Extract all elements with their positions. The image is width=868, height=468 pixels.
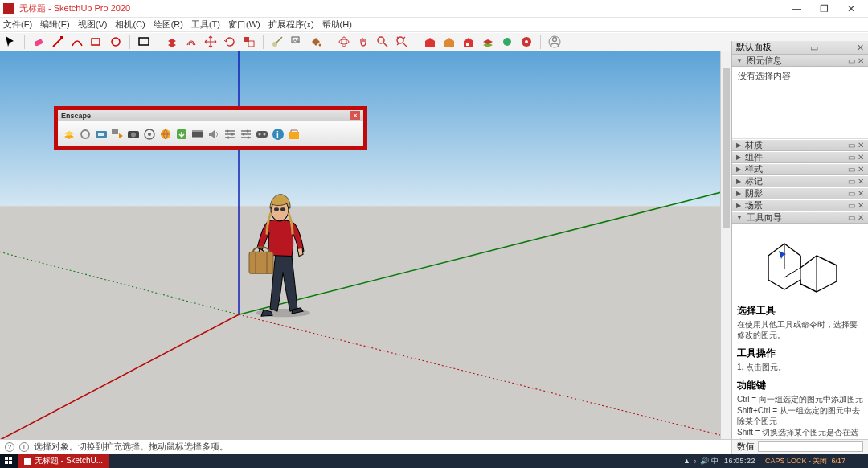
instructor-title: 选择工具 <box>737 304 868 318</box>
svg-rect-2 <box>92 39 100 45</box>
warehouse-button-1[interactable] <box>423 35 437 49</box>
svg-point-47 <box>226 129 228 132</box>
viewport-scrollbar[interactable] <box>720 51 731 439</box>
warehouse-button-3[interactable] <box>461 35 476 49</box>
menu-view[interactable]: 视图(V) <box>78 18 108 31</box>
enscape-live-update-button[interactable] <box>77 126 92 142</box>
enscape-vr-button[interactable] <box>254 126 269 142</box>
svg-rect-58 <box>289 132 299 139</box>
orbit-tool-button[interactable] <box>337 35 351 49</box>
measurements-label: 数值 <box>737 441 755 453</box>
ext-button-1[interactable] <box>481 35 495 49</box>
svg-point-48 <box>231 133 233 135</box>
menu-draw[interactable]: 绘图(R) <box>154 18 183 31</box>
arc-tool-button[interactable] <box>70 35 84 49</box>
rotate-tool-button[interactable] <box>223 35 237 49</box>
enscape-general-settings-button[interactable] <box>238 126 253 142</box>
menu-tools[interactable]: 工具(T) <box>191 18 220 31</box>
svg-rect-62 <box>9 461 12 464</box>
menu-camera[interactable]: 相机(C) <box>115 18 145 31</box>
ext-button-2[interactable] <box>500 35 514 49</box>
panel-entity-info-body: 没有选择内容 <box>732 67 868 139</box>
enscape-toolbar-body: i <box>58 121 363 146</box>
instructor-mod-heading: 功能键 <box>737 379 868 392</box>
pan-tool-button[interactable] <box>356 35 371 49</box>
svg-text:A1: A1 <box>293 38 300 43</box>
svg-rect-1 <box>60 36 63 39</box>
svg-point-12 <box>342 37 346 47</box>
taskbar-app-sketchup[interactable]: 无标题 - SketchU... <box>18 454 109 468</box>
panel-tags-header[interactable]: ▶标记▭ ✕ <box>732 175 868 187</box>
circle-tool-button[interactable] <box>108 35 123 49</box>
select-tool-button[interactable] <box>3 35 18 49</box>
menu-help[interactable]: 帮助(H) <box>322 18 352 31</box>
pushpull-tool-button[interactable] <box>165 35 179 49</box>
enscape-manage-views-button[interactable] <box>109 126 125 142</box>
enscape-exe-export-button[interactable] <box>174 126 189 142</box>
measurements-input[interactable] <box>758 441 863 452</box>
window-minimize-button[interactable]: — <box>783 1 810 17</box>
svg-rect-32 <box>249 252 273 273</box>
enscape-sync-views-button[interactable] <box>93 126 108 142</box>
scale-tool-button[interactable] <box>242 35 256 49</box>
svg-point-13 <box>378 37 384 43</box>
menu-extensions[interactable]: 扩展程序(x) <box>268 18 314 31</box>
menu-file[interactable]: 文件(F) <box>3 18 32 31</box>
eraser-tool-button[interactable] <box>31 35 46 49</box>
enscape-mono-pano-button[interactable] <box>158 126 173 142</box>
svg-point-3 <box>112 38 120 46</box>
shapes-tool-button[interactable] <box>89 35 104 49</box>
svg-point-50 <box>246 129 248 132</box>
svg-rect-30 <box>274 207 279 211</box>
warehouse-button-2[interactable] <box>442 35 457 49</box>
tape-measure-button[interactable] <box>270 35 285 49</box>
tray-header[interactable]: 默认面板 ▭ ✕ <box>732 41 868 55</box>
svg-point-41 <box>148 133 151 136</box>
panel-instructor-header[interactable]: ▼工具向导▭ ✕ <box>732 211 868 224</box>
offset-tool-button[interactable] <box>184 35 199 49</box>
instructor-ops-1: 1. 点击图元。 <box>737 362 863 372</box>
panel-styles-header[interactable]: ▶样式▭ ✕ <box>732 163 868 175</box>
ext-button-3[interactable] <box>519 35 534 49</box>
system-tray[interactable]: ▲ ⬨ 🔊 中 16:05:22 <box>678 456 760 466</box>
line-tool-button[interactable] <box>51 35 65 49</box>
enscape-toolbar-titlebar[interactable]: Enscape × <box>58 110 363 121</box>
svg-rect-46 <box>192 137 203 138</box>
svg-point-10 <box>319 44 321 47</box>
instructor-mod-2: Shift+Ctrl = 从一组选定的图元中去除某个图元 <box>737 405 863 426</box>
menu-edit[interactable]: 编辑(E) <box>40 18 70 31</box>
start-button[interactable] <box>0 454 18 468</box>
menubar: 文件(F) 编辑(E) 视图(V) 相机(C) 绘图(R) 工具(T) 窗口(W… <box>0 18 868 32</box>
enscape-start-button[interactable] <box>61 126 76 142</box>
svg-point-18 <box>525 40 528 43</box>
zoom-extents-button[interactable] <box>395 35 409 49</box>
panel-components-header[interactable]: ▶组件▭ ✕ <box>732 151 868 163</box>
text-tool-button[interactable]: A1 <box>289 35 304 49</box>
menu-window[interactable]: 窗口(W) <box>228 18 260 31</box>
window-close-button[interactable]: ✕ <box>837 1 865 17</box>
enscape-toolbar-close[interactable]: × <box>350 111 360 120</box>
viewport-container: Enscape × i <box>0 51 731 439</box>
panel-entity-info-header[interactable]: ▼图元信息▭ ✕ <box>732 55 868 67</box>
signin-button[interactable] <box>547 35 562 49</box>
tray-pin-icon[interactable]: ▭ <box>810 43 818 53</box>
status-help-icon[interactable]: ? <box>5 442 14 452</box>
zoom-tool-button[interactable] <box>375 35 390 49</box>
tray-close-icon[interactable]: ✕ <box>857 43 864 53</box>
window-maximize-button[interactable]: ❐ <box>810 1 837 17</box>
move-tool-button[interactable] <box>203 35 218 49</box>
status-info-icon[interactable]: i <box>19 442 29 452</box>
svg-rect-45 <box>192 130 203 132</box>
enscape-screenshot-button[interactable] <box>125 126 141 142</box>
panel-shadows-header[interactable]: ▶阴影▭ ✕ <box>732 187 868 199</box>
enscape-visual-settings-button[interactable] <box>222 126 237 142</box>
enscape-video-button[interactable] <box>190 126 205 142</box>
rectangle-tool-button[interactable] <box>137 35 151 49</box>
enscape-about-button[interactable]: i <box>270 126 285 142</box>
enscape-batch-render-button[interactable] <box>141 126 157 142</box>
enscape-sound-button[interactable] <box>206 126 221 142</box>
panel-scenes-header[interactable]: ▶场景▭ ✕ <box>732 199 868 211</box>
panel-materials-header[interactable]: ▶材质▭ ✕ <box>732 139 868 151</box>
paint-bucket-button[interactable] <box>309 35 323 49</box>
enscape-asset-library-button[interactable] <box>286 126 301 142</box>
